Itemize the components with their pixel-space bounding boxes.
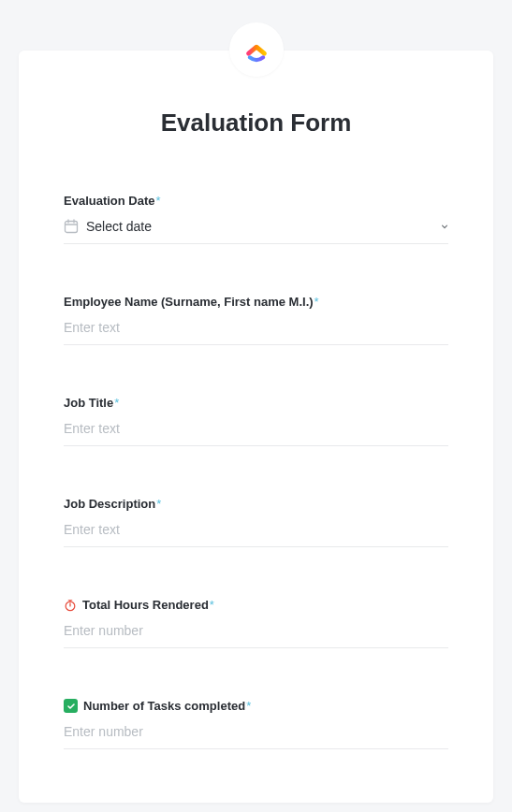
label-text: Total Hours Rendered <box>82 598 209 612</box>
required-mark: * <box>246 699 251 713</box>
job-description-input[interactable] <box>64 522 448 537</box>
field-job-title: Job Title * <box>64 396 448 446</box>
label-evaluation-date: Evaluation Date * <box>64 194 448 208</box>
label-text: Job Title <box>64 396 113 410</box>
total-hours-input[interactable] <box>64 623 448 638</box>
calendar-icon <box>64 219 79 234</box>
required-mark: * <box>210 598 214 612</box>
label-employee-name: Employee Name (Surname, First name M.I.)… <box>64 295 448 309</box>
job-title-input[interactable] <box>64 421 448 436</box>
label-text: Number of Tasks completed <box>83 699 245 713</box>
label-job-description: Job Description * <box>64 497 448 511</box>
field-job-description: Job Description * <box>64 497 448 547</box>
required-mark: * <box>315 295 319 309</box>
field-evaluation-date: Evaluation Date * Select date <box>64 194 448 244</box>
date-picker[interactable]: Select date <box>64 219 448 244</box>
label-tasks-completed: Number of Tasks completed * <box>64 699 448 713</box>
label-text: Evaluation Date <box>64 194 155 208</box>
label-total-hours: Total Hours Rendered * <box>64 598 448 612</box>
tasks-completed-input[interactable] <box>64 724 448 739</box>
checkbox-icon <box>64 699 78 713</box>
label-job-title: Job Title * <box>64 396 448 410</box>
required-mark: * <box>156 194 161 208</box>
field-tasks-completed: Number of Tasks completed * <box>64 699 448 749</box>
form-title: Evaluation Form <box>64 109 448 138</box>
field-employee-name: Employee Name (Surname, First name M.I.)… <box>64 295 448 345</box>
clickup-logo-icon <box>243 36 270 63</box>
field-total-hours: Total Hours Rendered * <box>64 598 448 648</box>
required-mark: * <box>114 396 119 410</box>
form-card: Evaluation Form Evaluation Date * Select… <box>19 51 493 803</box>
stopwatch-icon <box>64 599 77 612</box>
date-placeholder-text: Select date <box>86 219 433 234</box>
svg-rect-0 <box>66 222 78 233</box>
label-text: Job Description <box>64 497 155 511</box>
logo-badge <box>229 22 284 77</box>
employee-name-input[interactable] <box>64 320 448 335</box>
required-mark: * <box>156 497 161 511</box>
label-text: Employee Name (Surname, First name M.I.) <box>64 295 314 309</box>
chevron-down-icon <box>441 223 448 230</box>
